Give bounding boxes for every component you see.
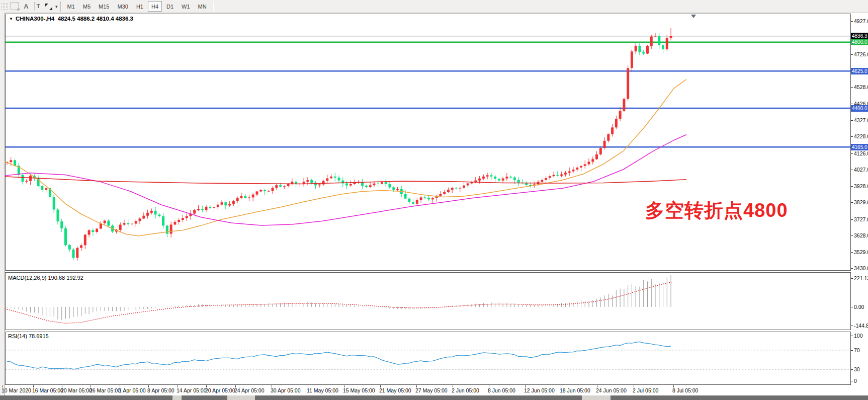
price-badge-4625.0: 4625.0 <box>851 68 868 74</box>
price-tick <box>851 202 853 203</box>
chart-annotation-text: 多空转折点4800 <box>645 198 788 223</box>
arrow-tools-icon[interactable]: ▾ <box>45 2 58 12</box>
toolbar-separator <box>60 2 61 12</box>
window-left-edge <box>0 13 5 395</box>
grid-f-icon[interactable]: F <box>9 2 20 12</box>
time-label: 1 Apr 05:00 <box>119 387 146 393</box>
chart-menu-triangle-icon[interactable]: ▼ <box>9 17 13 21</box>
tab-segment[interactable] <box>582 395 611 400</box>
rsi-tick-label: 70 <box>854 347 860 353</box>
macd-tick-label: 0.00 <box>854 304 864 310</box>
price-tick <box>851 21 853 22</box>
time-label: 11 May 05:00 <box>307 387 338 393</box>
time-label: 8 Apr 05:00 <box>147 387 175 393</box>
chart-title: ▼CHINA300-,H4 4824.5 4886.2 4810.4 4836.… <box>9 16 133 22</box>
toolbar-drag-handle[interactable] <box>1 3 8 11</box>
toolbar-separator <box>213 2 214 12</box>
price-tick-label: 4927.0 <box>854 18 868 24</box>
price-tick <box>851 54 853 55</box>
macd-tick <box>851 326 853 326</box>
timeframe-button-M30[interactable]: M30 <box>114 1 132 12</box>
time-label: 27 May 05:00 <box>415 387 448 393</box>
macd-indicator-pane[interactable] <box>5 272 851 330</box>
price-tick-label: 4528.0 <box>854 84 868 90</box>
time-label: 10 Mar 2020 <box>2 387 31 393</box>
rsi-indicator-pane[interactable] <box>5 332 851 385</box>
symbol-timeframe-label: CHINA300-,H4 <box>16 16 54 22</box>
rsi-tick <box>851 350 853 351</box>
time-label: 24 Apr 05:00 <box>234 387 265 393</box>
time-label: 8 Jun 05:00 <box>488 387 515 393</box>
time-label: 14 Apr 05:00 <box>177 387 207 393</box>
macd-tick-label: -144.84 <box>854 323 868 329</box>
timeframe-button-D1[interactable]: D1 <box>163 1 177 12</box>
time-label: 21 May 05:00 <box>379 387 411 393</box>
timeframe-button-M1[interactable]: M1 <box>64 1 78 12</box>
price-tick <box>851 170 853 170</box>
rsi-tick <box>851 336 853 336</box>
timeframe-button-H1[interactable]: H1 <box>133 1 147 12</box>
time-label: 15 May 05:00 <box>343 387 375 393</box>
time-label: 20 Apr 05:00 <box>205 387 235 393</box>
ohlc-values: 4824.5 4886.2 4810.4 4836.3 <box>58 16 133 22</box>
price-tick <box>851 219 853 220</box>
price-tick <box>851 136 853 137</box>
time-label: 2 Jun 05:00 <box>452 387 479 393</box>
macd-tick-label: 221.13 <box>854 275 868 281</box>
time-label: 20 Mar 05:00 <box>61 387 92 393</box>
toolbar: F A T ▾ M1M5M15M30H1H4D1W1MN <box>0 0 868 13</box>
text-t-icon[interactable]: T <box>33 2 44 12</box>
price-tick-label: 3928.0 <box>854 183 868 189</box>
price-tick-label: 3829.0 <box>854 199 868 205</box>
dotted-box-icon: F <box>10 3 19 10</box>
price-tick-label: 3628.0 <box>854 232 868 238</box>
price-tick <box>851 268 853 269</box>
timeframe-button-M5[interactable]: M5 <box>79 1 94 12</box>
time-label: 12 Jun 05:00 <box>524 387 555 393</box>
diagonal-arrows-icon <box>45 3 54 10</box>
price-tick-label: 3727.0 <box>854 216 868 222</box>
price-tick-label: 4327.0 <box>854 117 868 123</box>
macd-label: MACD(12,26,9) 190.68 192.92 <box>8 275 83 281</box>
price-tick <box>851 252 853 253</box>
time-label: 30 Apr 05:00 <box>271 387 301 393</box>
timeframe-button-M15[interactable]: M15 <box>95 1 113 12</box>
chevron-down-icon[interactable]: ▾ <box>55 4 58 9</box>
boxed-t-icon: T <box>34 3 42 10</box>
price-tick-label: 3430.0 <box>854 265 868 271</box>
time-label: 8 Jul 05:00 <box>672 387 698 393</box>
main-chart-pane[interactable] <box>5 14 851 271</box>
text-a-icon[interactable]: A <box>21 2 32 12</box>
timeframe-button-H4[interactable]: H4 <box>148 1 162 12</box>
macd-tick <box>851 307 853 307</box>
price-tick-label: 4726.0 <box>854 51 868 57</box>
time-label: 24 Jun 05:00 <box>596 387 627 393</box>
timeframe-group: M1M5M15M30H1H4D1W1MN <box>63 1 211 12</box>
timeframe-button-W1[interactable]: W1 <box>178 1 194 12</box>
rsi-tick <box>851 369 853 370</box>
price-tick-label: 4126.0 <box>854 150 868 156</box>
rsi-tick-label: 0 <box>854 378 857 384</box>
rsi-tick-label: 100 <box>854 333 863 339</box>
mt4-terminal: F A T ▾ M1M5M15M30H1H4D1W1MN ▼CHINA300-,… <box>0 0 868 400</box>
price-tick-label: 4027.0 <box>854 167 868 173</box>
price-tick-label: 3529.0 <box>854 249 868 255</box>
time-label: 16 Mar 05:00 <box>32 387 63 393</box>
tab-segment[interactable] <box>172 395 182 400</box>
price-tick <box>851 235 853 236</box>
grid-f-label: F <box>18 8 20 12</box>
tab-segment[interactable] <box>227 395 255 400</box>
text-a-label: A <box>24 3 28 10</box>
price-tick <box>851 104 853 104</box>
macd-tick <box>851 278 853 279</box>
price-badge-4165.0: 4165.0 <box>851 144 868 150</box>
chart-shift-marker-icon[interactable] <box>691 15 696 18</box>
rsi-label: RSI(14) 78.6915 <box>8 333 49 339</box>
price-tick <box>851 87 853 88</box>
timeframe-button-MN[interactable]: MN <box>195 1 210 12</box>
price-badge-4400.0: 4400.0 <box>851 105 868 112</box>
price-tick-label: 4228.0 <box>854 133 868 139</box>
window-tabs-strip[interactable] <box>0 395 868 400</box>
time-label: 2 Jul 05:00 <box>633 387 658 393</box>
rsi-tick-label: 30 <box>854 366 860 372</box>
